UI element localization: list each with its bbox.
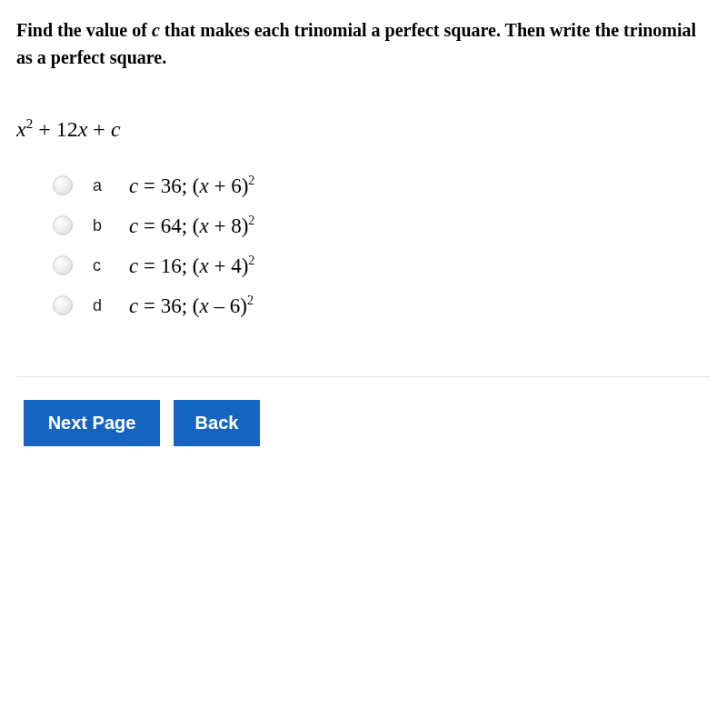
radio-option-d[interactable] <box>53 295 73 315</box>
instructions-text-1: Find the value of <box>16 20 152 40</box>
option-d-letter: d <box>93 296 129 315</box>
option-b-row: b c = 64; (x + 8)2 <box>53 209 711 242</box>
question-instructions: Find the value of c that makes each trin… <box>16 16 711 71</box>
answer-options: a c = 36; (x + 6)2 b c = 64; (x + 8)2 c … <box>53 169 711 322</box>
option-c-math: c = 16; (x + 4)2 <box>129 254 254 278</box>
option-a-letter: a <box>93 176 129 195</box>
navigation-buttons: Next Page Back <box>24 400 711 446</box>
option-b-letter: b <box>93 216 129 235</box>
radio-option-c[interactable] <box>53 255 73 275</box>
option-d-row: d c = 36; (x – 6)2 <box>53 289 711 322</box>
option-a-math: c = 36; (x + 6)2 <box>129 174 254 198</box>
instructions-var-c: c <box>152 20 160 40</box>
option-a-row: a c = 36; (x + 6)2 <box>53 169 711 202</box>
option-d-math: c = 36; (x – 6)2 <box>129 294 254 318</box>
radio-option-b[interactable] <box>53 215 73 235</box>
trinomial-expression: x2 + 12x + c <box>16 116 711 142</box>
back-button[interactable]: Back <box>174 400 260 446</box>
section-divider <box>16 376 711 377</box>
next-page-button[interactable]: Next Page <box>24 400 160 446</box>
option-c-row: c c = 16; (x + 4)2 <box>53 249 711 282</box>
option-b-math: c = 64; (x + 8)2 <box>129 214 254 238</box>
radio-option-a[interactable] <box>53 175 73 195</box>
option-c-letter: c <box>93 256 129 275</box>
